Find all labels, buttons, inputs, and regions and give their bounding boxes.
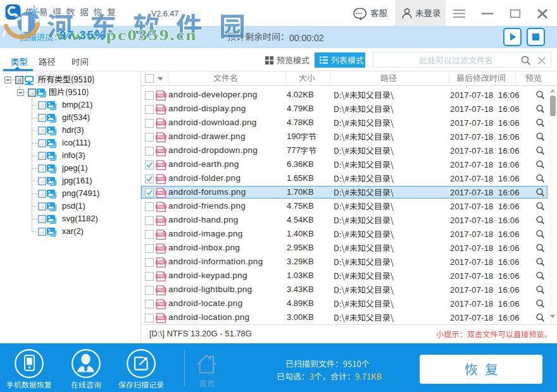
svg-text:PNG: PNG <box>158 316 165 320</box>
svg-text:PNG: PNG <box>158 219 165 223</box>
svg-text:PNG: PNG <box>158 163 165 167</box>
svg-text:PNG: PNG <box>158 274 165 278</box>
svg-text:PNG: PNG <box>158 205 165 209</box>
svg-text:PNG: PNG <box>158 177 165 181</box>
svg-text:PNG: PNG <box>158 302 165 306</box>
svg-text:PNG: PNG <box>158 107 165 111</box>
svg-text:PNG: PNG <box>158 94 165 97</box>
svg-text:PNG: PNG <box>158 121 165 125</box>
svg-text:PNG: PNG <box>158 135 165 139</box>
svg-text:PNG: PNG <box>158 260 165 264</box>
svg-text:PNG: PNG <box>158 233 165 236</box>
svg-text:PNG: PNG <box>158 247 165 250</box>
svg-text:PNG: PNG <box>158 191 165 195</box>
svg-text:PNG: PNG <box>158 149 165 153</box>
svg-text:PNG: PNG <box>158 288 165 292</box>
